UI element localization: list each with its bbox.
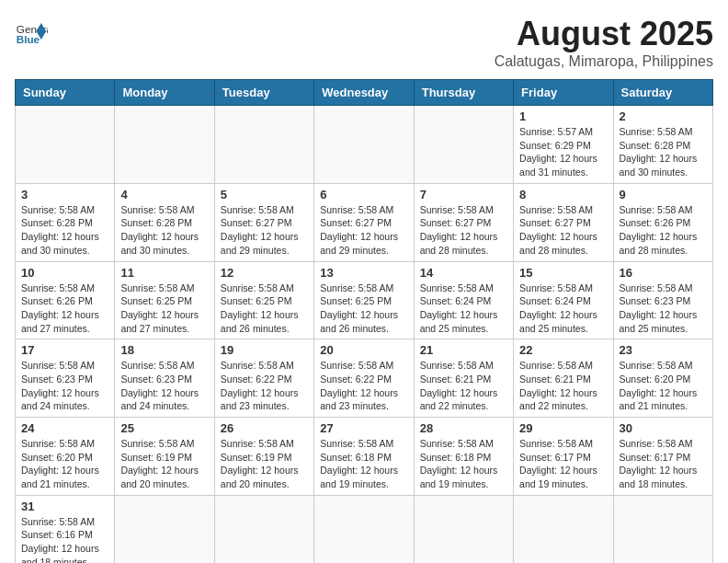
calendar-cell: 22Sunrise: 5:58 AM Sunset: 6:21 PM Dayli… (514, 339, 613, 418)
day-info: Sunrise: 5:57 AM Sunset: 6:29 PM Dayligh… (519, 125, 607, 179)
calendar-cell (214, 106, 313, 184)
day-info: Sunrise: 5:58 AM Sunset: 6:21 PM Dayligh… (420, 359, 507, 413)
day-number: 6 (320, 188, 407, 201)
calendar-cell (115, 495, 214, 563)
day-number: 11 (120, 266, 208, 280)
day-number: 23 (620, 343, 707, 357)
day-info: Sunrise: 5:58 AM Sunset: 6:19 PM Dayligh… (120, 437, 208, 491)
calendar-cell: 7Sunrise: 5:58 AM Sunset: 6:27 PM Daylig… (414, 183, 513, 261)
day-info: Sunrise: 5:58 AM Sunset: 6:23 PM Dayligh… (120, 359, 208, 413)
calendar-table: SundayMondayTuesdayWednesdayThursdayFrid… (15, 79, 713, 563)
day-info: Sunrise: 5:58 AM Sunset: 6:18 PM Dayligh… (320, 437, 407, 491)
day-info: Sunrise: 5:58 AM Sunset: 6:27 PM Dayligh… (221, 203, 308, 258)
calendar-cell: 27Sunrise: 5:58 AM Sunset: 6:18 PM Dayli… (314, 418, 414, 496)
day-info: Sunrise: 5:58 AM Sunset: 6:25 PM Dayligh… (221, 282, 308, 336)
weekday-header-row: SundayMondayTuesdayWednesdayThursdayFrid… (16, 80, 713, 106)
day-number: 17 (21, 343, 108, 357)
calendar-cell (115, 106, 214, 184)
day-info: Sunrise: 5:58 AM Sunset: 6:28 PM Dayligh… (620, 125, 707, 179)
calendar-cell: 31Sunrise: 5:58 AM Sunset: 6:16 PM Dayli… (16, 495, 115, 563)
calendar-cell (314, 495, 414, 563)
logo: General Blue (15, 15, 48, 48)
day-number: 28 (420, 421, 507, 435)
day-info: Sunrise: 5:58 AM Sunset: 6:28 PM Dayligh… (120, 203, 208, 258)
calendar-cell: 28Sunrise: 5:58 AM Sunset: 6:18 PM Dayli… (414, 418, 513, 496)
calendar-cell: 23Sunrise: 5:58 AM Sunset: 6:20 PM Dayli… (613, 339, 712, 418)
day-number: 13 (320, 266, 407, 280)
calendar-subtitle: Calatugas, Mimaropa, Philippines (495, 53, 713, 70)
calendar-cell (414, 106, 513, 184)
day-number: 24 (21, 421, 108, 435)
day-number: 16 (620, 266, 707, 280)
calendar-cell: 9Sunrise: 5:58 AM Sunset: 6:26 PM Daylig… (613, 183, 712, 261)
day-info: Sunrise: 5:58 AM Sunset: 6:16 PM Dayligh… (21, 515, 108, 563)
calendar-cell: 2Sunrise: 5:58 AM Sunset: 6:28 PM Daylig… (613, 106, 712, 184)
day-info: Sunrise: 5:58 AM Sunset: 6:23 PM Dayligh… (21, 359, 108, 413)
calendar-cell: 4Sunrise: 5:58 AM Sunset: 6:28 PM Daylig… (115, 183, 214, 261)
calendar-cell: 5Sunrise: 5:58 AM Sunset: 6:27 PM Daylig… (214, 183, 313, 261)
day-info: Sunrise: 5:58 AM Sunset: 6:23 PM Dayligh… (620, 282, 707, 336)
day-number: 4 (120, 188, 208, 201)
calendar-cell: 16Sunrise: 5:58 AM Sunset: 6:23 PM Dayli… (613, 261, 712, 339)
day-number: 2 (620, 109, 707, 123)
calendar-cell: 14Sunrise: 5:58 AM Sunset: 6:24 PM Dayli… (414, 261, 513, 339)
calendar-cell: 29Sunrise: 5:58 AM Sunset: 6:17 PM Dayli… (514, 418, 613, 496)
day-number: 20 (320, 343, 407, 357)
week-row-3: 10Sunrise: 5:58 AM Sunset: 6:26 PM Dayli… (16, 261, 713, 339)
day-number: 22 (519, 343, 607, 357)
day-info: Sunrise: 5:58 AM Sunset: 6:24 PM Dayligh… (519, 282, 607, 336)
day-number: 27 (320, 421, 407, 435)
day-number: 3 (21, 188, 108, 201)
day-number: 7 (420, 188, 507, 201)
day-info: Sunrise: 5:58 AM Sunset: 6:22 PM Dayligh… (221, 359, 308, 413)
day-number: 25 (120, 421, 208, 435)
week-row-6: 31Sunrise: 5:58 AM Sunset: 6:16 PM Dayli… (16, 495, 713, 563)
calendar-cell: 11Sunrise: 5:58 AM Sunset: 6:25 PM Dayli… (115, 261, 214, 339)
svg-text:Blue: Blue (17, 33, 40, 45)
day-info: Sunrise: 5:58 AM Sunset: 6:18 PM Dayligh… (420, 437, 507, 491)
day-info: Sunrise: 5:58 AM Sunset: 6:26 PM Dayligh… (620, 203, 707, 258)
day-number: 8 (519, 188, 607, 201)
day-info: Sunrise: 5:58 AM Sunset: 6:28 PM Dayligh… (21, 203, 108, 258)
day-info: Sunrise: 5:58 AM Sunset: 6:25 PM Dayligh… (320, 282, 407, 336)
day-number: 26 (221, 421, 308, 435)
page-header: General Blue August 2025 Calatugas, Mima… (15, 15, 713, 70)
week-row-1: 1Sunrise: 5:57 AM Sunset: 6:29 PM Daylig… (16, 106, 713, 184)
weekday-header-saturday: Saturday (613, 80, 712, 106)
calendar-cell (613, 495, 712, 563)
day-number: 19 (221, 343, 308, 357)
day-number: 30 (620, 421, 707, 435)
calendar-cell: 30Sunrise: 5:58 AM Sunset: 6:17 PM Dayli… (613, 418, 712, 496)
calendar-cell: 1Sunrise: 5:57 AM Sunset: 6:29 PM Daylig… (514, 106, 613, 184)
day-info: Sunrise: 5:58 AM Sunset: 6:21 PM Dayligh… (519, 359, 607, 413)
day-number: 18 (120, 343, 208, 357)
calendar-cell: 26Sunrise: 5:58 AM Sunset: 6:19 PM Dayli… (214, 418, 313, 496)
day-number: 29 (519, 421, 607, 435)
calendar-cell: 13Sunrise: 5:58 AM Sunset: 6:25 PM Dayli… (314, 261, 414, 339)
calendar-cell: 20Sunrise: 5:58 AM Sunset: 6:22 PM Dayli… (314, 339, 414, 418)
calendar-cell: 3Sunrise: 5:58 AM Sunset: 6:28 PM Daylig… (16, 183, 115, 261)
day-info: Sunrise: 5:58 AM Sunset: 6:17 PM Dayligh… (620, 437, 707, 491)
calendar-cell: 12Sunrise: 5:58 AM Sunset: 6:25 PM Dayli… (214, 261, 313, 339)
calendar-title: August 2025 (495, 15, 713, 53)
day-number: 10 (21, 266, 108, 280)
calendar-cell (414, 495, 513, 563)
day-number: 14 (420, 266, 507, 280)
day-info: Sunrise: 5:58 AM Sunset: 6:22 PM Dayligh… (320, 359, 407, 413)
day-number: 21 (420, 343, 507, 357)
calendar-cell (314, 106, 414, 184)
calendar-cell: 24Sunrise: 5:58 AM Sunset: 6:20 PM Dayli… (16, 418, 115, 496)
weekday-header-thursday: Thursday (414, 80, 513, 106)
day-info: Sunrise: 5:58 AM Sunset: 6:27 PM Dayligh… (420, 203, 507, 258)
calendar-cell: 6Sunrise: 5:58 AM Sunset: 6:27 PM Daylig… (314, 183, 414, 261)
day-info: Sunrise: 5:58 AM Sunset: 6:27 PM Dayligh… (519, 203, 607, 258)
day-info: Sunrise: 5:58 AM Sunset: 6:24 PM Dayligh… (420, 282, 507, 336)
day-number: 5 (221, 188, 308, 201)
weekday-header-friday: Friday (514, 80, 613, 106)
week-row-4: 17Sunrise: 5:58 AM Sunset: 6:23 PM Dayli… (16, 339, 713, 418)
calendar-cell: 8Sunrise: 5:58 AM Sunset: 6:27 PM Daylig… (514, 183, 613, 261)
calendar-cell: 19Sunrise: 5:58 AM Sunset: 6:22 PM Dayli… (214, 339, 313, 418)
day-info: Sunrise: 5:58 AM Sunset: 6:25 PM Dayligh… (120, 282, 208, 336)
day-number: 9 (620, 188, 707, 201)
calendar-cell: 15Sunrise: 5:58 AM Sunset: 6:24 PM Dayli… (514, 261, 613, 339)
